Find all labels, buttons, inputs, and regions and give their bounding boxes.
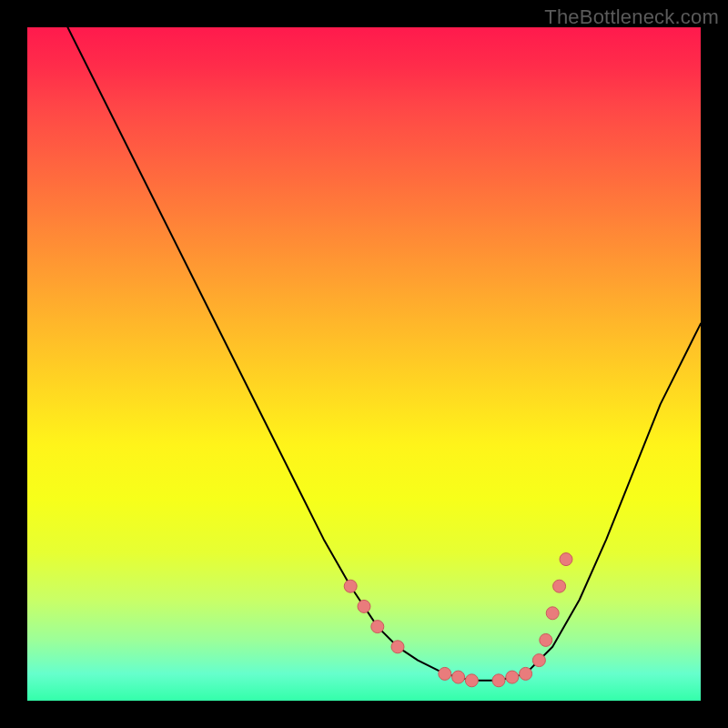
curve-layer bbox=[27, 27, 701, 701]
dot bbox=[553, 580, 566, 592]
chart-frame: TheBottleneck.com bbox=[0, 0, 728, 728]
dot bbox=[560, 553, 572, 566]
dot bbox=[492, 674, 505, 687]
dot bbox=[344, 580, 357, 592]
dot bbox=[439, 667, 451, 680]
dot bbox=[358, 600, 370, 612]
dot bbox=[532, 654, 545, 667]
watermark-text: TheBottleneck.com bbox=[544, 5, 719, 29]
dot bbox=[452, 671, 465, 683]
highlight-dots bbox=[344, 553, 572, 687]
dot bbox=[465, 674, 478, 687]
dot bbox=[391, 641, 404, 653]
bottleneck-curve bbox=[67, 27, 701, 681]
dot bbox=[371, 621, 384, 633]
dot bbox=[506, 671, 519, 683]
dot bbox=[540, 633, 552, 646]
dot bbox=[546, 607, 559, 620]
plot-area bbox=[27, 27, 701, 701]
dot bbox=[520, 667, 532, 680]
